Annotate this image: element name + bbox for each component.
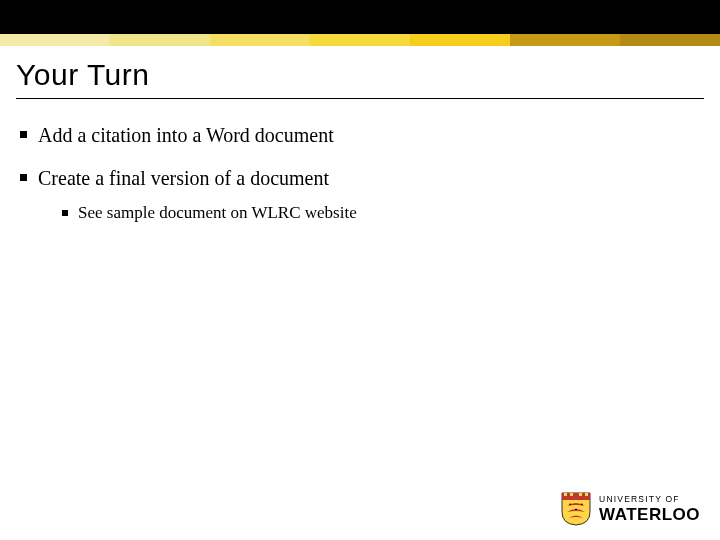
list-item-text: Create a final version of a document [38,167,329,189]
list-item-text: Add a citation into a Word document [38,124,334,146]
header-yellow-strip [0,34,720,46]
waterloo-wordmark: UNIVERSITY OF WATERLOO [599,495,700,523]
svg-rect-4 [585,493,588,496]
stripe-segment [210,34,310,46]
list-item-text: See sample document on WLRC website [78,203,357,222]
content-area: Add a citation into a Word document Crea… [16,112,704,241]
svg-rect-1 [564,493,567,496]
svg-rect-2 [570,493,573,496]
list-item: See sample document on WLRC website [60,202,704,225]
stripe-segment [510,34,620,46]
svg-rect-3 [579,493,582,496]
slide: Your Turn Add a citation into a Word doc… [0,0,720,540]
waterloo-crest-icon [561,492,591,526]
header-black-bar [0,0,720,34]
title-area: Your Turn [16,54,704,99]
wordmark-line2: WATERLOO [599,506,700,523]
stripe-segment [310,34,410,46]
list-item: Create a final version of a document See… [16,165,704,225]
stripe-segment [620,34,720,46]
stripe-segment [110,34,210,46]
footer-logo: UNIVERSITY OF WATERLOO [561,492,700,526]
sub-bullet-list: See sample document on WLRC website [38,202,704,225]
stripe-segment [410,34,510,46]
bullet-list: Add a citation into a Word document Crea… [16,122,704,225]
title-underline [16,98,704,99]
stripe-segment [0,34,110,46]
list-item: Add a citation into a Word document [16,122,704,149]
slide-title: Your Turn [16,58,704,92]
wordmark-line1: UNIVERSITY OF [599,495,700,504]
